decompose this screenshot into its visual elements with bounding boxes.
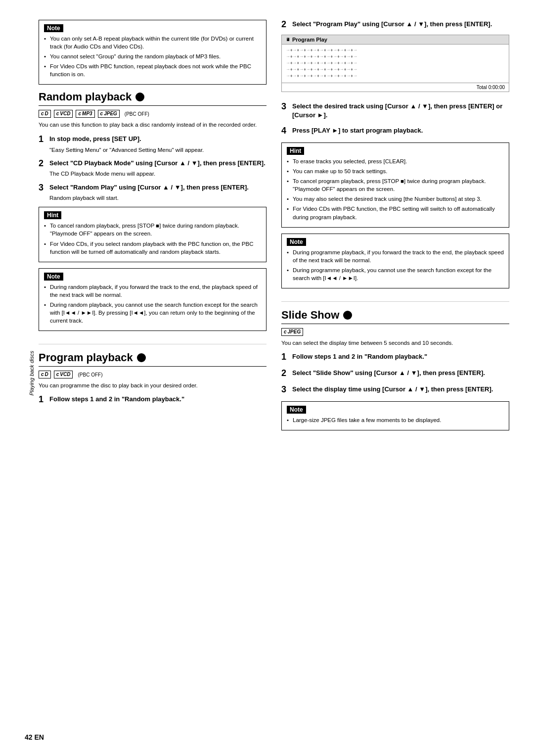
slide-step-3-header: 3 Select the display time using [Cursor … — [281, 385, 509, 395]
note-item-rb2: During random playback, you cannot use t… — [44, 301, 261, 325]
step-desc-r3: Random playback will start. — [49, 194, 267, 202]
note-item-3: For Video CDs with PBC function, repeat … — [44, 62, 261, 78]
program-step-3-header: 3 Select the desired track using [Cursor… — [281, 102, 509, 120]
step-num-p1: 1 — [39, 395, 46, 405]
program-play-header: 🖥 Program Play — [282, 35, 509, 45]
program-format-icons: cD cVCD (PBC OFF) — [39, 371, 267, 378]
step-text-s3: Select the display time using [Cursor ▲ … — [292, 385, 493, 394]
cd-icon: cD — [39, 110, 51, 118]
slide-format-icons: cJPEG — [281, 328, 509, 336]
jpeg-icon-random: cJPEG — [98, 110, 120, 118]
screen-icon: 🖥 — [286, 37, 290, 42]
slide-show-label: Slide Show — [281, 309, 339, 322]
hint-list-program: To erase tracks you selected, press [CLE… — [287, 157, 504, 221]
slide-step-1-header: 1 Follow steps 1 and 2 in "Random playba… — [281, 352, 509, 362]
right-column: 2 Select "Program Play" using [Cursor ▲ … — [281, 20, 509, 726]
program-play-screen: 🖥 Program Play →♦→♦→♦→♦→♦→♦→♦→♦→♦→♦→ →♦→… — [281, 35, 509, 92]
slide-show-desc: You can select the display time between … — [281, 339, 509, 347]
note-list-slide: Large-size JPEG files take a few moments… — [287, 416, 504, 424]
slide-step-2: 2 Select "Slide Show" using [Cursor ▲ / … — [281, 369, 509, 380]
left-column: Note You can only set A-B repeat playbac… — [39, 20, 267, 726]
note-title-random-bottom: Note — [44, 273, 63, 281]
random-playback-title: Random playback — [39, 91, 267, 106]
note-title-slide: Note — [287, 406, 306, 414]
note-list-random-bottom: During random playback, if you forward t… — [44, 283, 261, 325]
random-step-1: 1 In stop mode, press [SET UP]. "Easy Se… — [39, 135, 267, 154]
disc-icon-random — [135, 93, 144, 101]
random-step-1-header: 1 In stop mode, press [SET UP]. — [39, 135, 267, 144]
note-item-1: You can only set A-B repeat playback wit… — [44, 35, 261, 50]
hint-box-random: Hint To cancel random playback, press [S… — [39, 207, 267, 262]
hint-item-p5: For Video CDs with PBC function, the PBC… — [287, 205, 504, 221]
slide-step-1: 1 Follow steps 1 and 2 in "Random playba… — [281, 352, 509, 364]
step-num-s1: 1 — [281, 352, 289, 362]
note-box-slide: Note Large-size JPEG files take a few mo… — [281, 401, 509, 430]
note-item-rb1: During random playback, if you forward t… — [44, 283, 261, 299]
hint-title-program: Hint — [287, 147, 304, 155]
random-step-3: 3 Select "Random Play" using [Cursor ▲ /… — [39, 183, 267, 202]
random-step-3-header: 3 Select "Random Play" using [Cursor ▲ /… — [39, 183, 267, 193]
step-desc-r2: The CD Playback Mode menu will appear. — [49, 170, 267, 178]
step-text-p1: Follow steps 1 and 2 in "Random playback… — [49, 395, 184, 404]
disc-icon-program — [137, 353, 146, 362]
step-text-p2: Select "Program Play" using [Cursor ▲ / … — [292, 20, 492, 29]
program-play-grid: →♦→♦→♦→♦→♦→♦→♦→♦→♦→♦→ →♦→♦→♦→♦→♦→♦→♦→♦→♦… — [282, 45, 509, 83]
hint-item-p2: You can make up to 50 track settings. — [287, 167, 504, 175]
step-num-r2: 2 — [39, 159, 46, 169]
program-step-3: 3 Select the desired track using [Cursor… — [281, 102, 509, 121]
program-step-4: 4 Press [PLAY ►] to start program playba… — [281, 126, 509, 138]
note-item-s1: Large-size JPEG files take a few moments… — [287, 416, 504, 424]
program-play-screen-title: Program Play — [292, 37, 327, 43]
hint-item-p1: To erase tracks you selected, press [CLE… — [287, 157, 504, 165]
hint-box-program: Hint To erase tracks you selected, press… — [281, 142, 509, 228]
hint-item-r1: To cancel random playback, press [STOP ■… — [44, 222, 261, 237]
step-num-p3: 3 — [281, 102, 289, 112]
slide-show-title: Slide Show — [281, 309, 509, 324]
main-content: Note You can only set A-B repeat playbac… — [39, 20, 509, 726]
note-item-2: You cannot select "Group" during the ran… — [44, 52, 261, 60]
random-playback-label: Random playback — [39, 91, 132, 103]
note-list-top: You can only set A-B repeat playback wit… — [44, 35, 261, 78]
step-text-s2: Select "Slide Show" using [Cursor ▲ / ▼]… — [292, 369, 485, 378]
program-step-4-header: 4 Press [PLAY ►] to start program playba… — [281, 126, 509, 136]
note-box-program: Note During programme playback, if you f… — [281, 234, 509, 288]
program-desc: You can programme the disc to play back … — [39, 381, 267, 390]
slide-step-2-header: 2 Select "Slide Show" using [Cursor ▲ / … — [281, 369, 509, 378]
slide-step-3: 3 Select the display time using [Cursor … — [281, 385, 509, 396]
program-step-1-header: 1 Follow steps 1 and 2 in "Random playba… — [39, 395, 267, 405]
program-playback-title: Program playback — [39, 351, 267, 367]
step-text-r1: In stop mode, press [SET UP]. — [49, 135, 141, 143]
step-num-s3: 3 — [281, 385, 289, 395]
note-list-program: During programme playback, if you forwar… — [287, 248, 504, 282]
program-play-footer: Total 0:00:00 — [282, 83, 509, 92]
step-num-r1: 1 — [39, 135, 46, 144]
hint-item-p3: To cancel program playback, press [STOP … — [287, 177, 504, 193]
hint-list-random: To cancel random playback, press [STOP ■… — [44, 222, 261, 255]
note-title-program: Note — [287, 238, 306, 246]
pbc-note-random: (PBC OFF) — [125, 111, 149, 117]
vcd-icon-prog: cVCD — [54, 371, 73, 378]
sidebar: Playing back discs — [25, 20, 39, 726]
hint-item-r2: For Video CDs, if you select random play… — [44, 240, 261, 256]
random-step-2-header: 2 Select "CD Playback Mode" using [Curso… — [39, 159, 267, 169]
page: Playing back discs Note You can only set… — [0, 0, 534, 756]
step-num-p2: 2 — [281, 20, 289, 30]
cd-icon-prog: cD — [39, 371, 51, 378]
jpeg-icon-slide: cJPEG — [281, 328, 303, 336]
sidebar-label: Playing back discs — [29, 351, 35, 396]
note-item-p2: During programme playback, you cannot us… — [287, 266, 504, 282]
pbc-note-program: (PBC OFF) — [78, 372, 102, 378]
note-item-p1: During programme playback, if you forwar… — [287, 248, 504, 264]
random-format-icons: cD cVCD cMP3 cJPEG (PBC OFF) — [39, 110, 267, 118]
program-step-1: 1 Follow steps 1 and 2 in "Random playba… — [39, 395, 267, 406]
step-num-s2: 2 — [281, 369, 289, 378]
program-play-total: Total 0:00:00 — [477, 85, 505, 90]
hint-title-random: Hint — [44, 211, 61, 219]
step-desc-r1: "Easy Setting Menu" or "Advanced Setting… — [49, 146, 267, 154]
step-text-p4: Press [PLAY ►] to start program playback… — [292, 126, 423, 135]
program-step-2: 2 Select "Program Play" using [Cursor ▲ … — [281, 20, 509, 97]
divider-1 — [39, 344, 267, 344]
step-num-r3: 3 — [39, 183, 46, 193]
mp3-icon: cMP3 — [76, 110, 94, 118]
note-title-top: Note — [44, 24, 63, 32]
